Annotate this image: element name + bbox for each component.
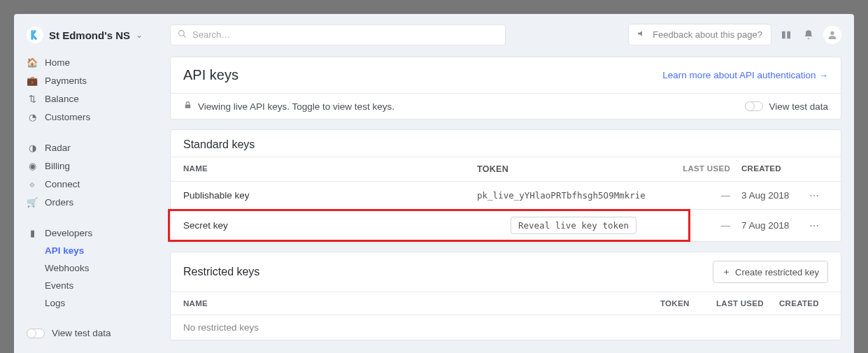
user-circle-icon: ◔ xyxy=(27,111,38,122)
learn-more-label: Learn more about API authentication xyxy=(662,70,816,80)
table-row: Publishable key pk_live_yYHlaoPRTbfhsgh5… xyxy=(171,182,841,210)
sidebar-item-apikeys[interactable]: API keys xyxy=(14,242,157,259)
sidebar-item-label: Logs xyxy=(45,298,65,308)
sidebar-item-customers[interactable]: ◔ Customers xyxy=(14,108,157,126)
row-actions[interactable]: ⋯ xyxy=(800,190,828,201)
link-icon: ⟐ xyxy=(27,178,38,189)
key-token[interactable]: pk_live_yYHlaoPRTbfhsgh5O9Mmkrie xyxy=(477,190,674,201)
table-header: NAME TOKEN LAST USED CREATED xyxy=(171,291,841,315)
sidebar-item-label: Webhooks xyxy=(45,263,90,273)
org-name: St Edmond's NS xyxy=(49,29,130,41)
row-actions[interactable]: ⋯ xyxy=(800,220,828,231)
sidebar-item-label: Connect xyxy=(45,179,80,189)
search-icon xyxy=(178,29,187,41)
col-created: CREATED xyxy=(779,299,828,308)
toggle-label: View test data xyxy=(769,101,828,112)
key-created: 3 Aug 2018 xyxy=(730,190,800,201)
key-created: 7 Aug 2018 xyxy=(730,220,800,231)
table-row: Secret key Reveal live key token — 7 Aug… xyxy=(171,210,841,241)
col-created: CREATED xyxy=(730,164,800,174)
sidebar-item-home[interactable]: 🏠 Home xyxy=(14,53,157,71)
search-input-container[interactable] xyxy=(170,24,506,45)
key-used: — xyxy=(674,190,730,201)
feedback-button[interactable]: Feedback about this page? xyxy=(628,24,771,45)
svg-rect-3 xyxy=(185,104,191,108)
info-text: Viewing live API keys. Toggle to view te… xyxy=(198,101,394,112)
col-token: TOKEN xyxy=(477,164,674,174)
plus-icon: ＋ xyxy=(722,266,731,278)
chevron-down-icon: ⌄ xyxy=(136,30,143,40)
megaphone-icon xyxy=(637,29,647,41)
toggle-switch-icon xyxy=(745,101,763,111)
key-used: — xyxy=(674,220,730,231)
org-logo-icon xyxy=(27,27,43,43)
create-key-label: Create restricted key xyxy=(735,267,819,278)
toggle-switch-icon xyxy=(27,329,45,338)
target-icon: ◉ xyxy=(27,160,38,171)
no-restricted-keys: No restricted keys xyxy=(171,315,841,340)
sidebar-item-balance[interactable]: ⇅ Balance xyxy=(14,89,157,108)
sidebar-item-label: API keys xyxy=(45,245,84,256)
col-name: NAME xyxy=(183,299,660,308)
learn-more-link[interactable]: Learn more about API authentication → xyxy=(662,70,828,80)
radar-icon: ◑ xyxy=(27,142,38,153)
ellipsis-icon: ⋯ xyxy=(809,221,819,231)
sidebar-item-payments[interactable]: 💼 Payments xyxy=(14,71,157,89)
sidebar-item-label: Payments xyxy=(45,75,87,86)
standard-keys-title: Standard keys xyxy=(171,130,841,157)
key-token: Reveal live key token xyxy=(477,217,674,234)
col-name: NAME xyxy=(183,164,477,174)
terminal-icon: ▮ xyxy=(27,227,38,238)
sidebar-item-developers[interactable]: ▮ Developers xyxy=(14,224,157,242)
home-icon: 🏠 xyxy=(27,57,38,68)
sidebar-item-label: Customers xyxy=(45,112,90,122)
key-name: Secret key xyxy=(183,220,477,231)
toggle-label: View test data xyxy=(52,328,111,338)
reveal-token-button[interactable]: Reveal live key token xyxy=(511,217,636,234)
ellipsis-icon: ⋯ xyxy=(809,191,819,201)
sidebar-item-connect[interactable]: ⟐ Connect xyxy=(14,175,157,193)
lock-icon xyxy=(183,101,192,112)
svg-line-1 xyxy=(183,35,185,37)
col-token: TOKEN xyxy=(660,299,716,308)
view-test-data-toggle-top[interactable]: View test data xyxy=(745,101,828,112)
create-restricted-key-button[interactable]: ＋ Create restricted key xyxy=(713,261,828,283)
view-test-data-toggle[interactable]: View test data xyxy=(14,324,157,342)
search-input[interactable] xyxy=(192,29,498,40)
sidebar-item-label: Home xyxy=(45,57,70,68)
svg-point-0 xyxy=(179,30,185,36)
sidebar-item-events[interactable]: Events xyxy=(14,277,157,294)
restricted-keys-title: Restricted keys xyxy=(183,266,259,278)
page-title: API keys xyxy=(183,67,239,83)
bell-icon[interactable] xyxy=(801,27,816,43)
key-name: Publishable key xyxy=(183,190,477,201)
sidebar-item-radar[interactable]: ◑ Radar xyxy=(14,138,157,157)
feedback-label: Feedback about this page? xyxy=(653,29,762,40)
sidebar-item-label: Balance xyxy=(45,94,79,104)
arrow-right-icon: → xyxy=(819,70,829,80)
sidebar-item-label: Billing xyxy=(45,161,70,171)
sidebar-item-billing[interactable]: ◉ Billing xyxy=(14,157,157,175)
avatar[interactable] xyxy=(823,26,841,44)
arrows-icon: ⇅ xyxy=(27,93,38,104)
sidebar-item-label: Radar xyxy=(45,143,71,153)
sidebar-item-label: Developers xyxy=(45,228,92,238)
sidebar-item-webhooks[interactable]: Webhooks xyxy=(14,259,157,277)
sidebar-item-label: Orders xyxy=(45,197,73,208)
table-header: NAME TOKEN LAST USED CREATED xyxy=(171,157,841,182)
sidebar-item-logs[interactable]: Logs xyxy=(14,294,157,312)
col-used: LAST USED xyxy=(674,164,730,174)
sidebar-item-orders[interactable]: 🛒 Orders xyxy=(14,193,157,211)
col-used: LAST USED xyxy=(716,299,779,308)
basket-icon: 🛒 xyxy=(27,196,38,208)
sidebar-item-label: Events xyxy=(45,280,73,291)
svg-point-2 xyxy=(830,31,834,34)
docs-icon[interactable] xyxy=(778,27,794,43)
briefcase-icon: 💼 xyxy=(27,75,38,86)
org-switcher[interactable]: St Edmond's NS ⌄ xyxy=(14,24,157,53)
